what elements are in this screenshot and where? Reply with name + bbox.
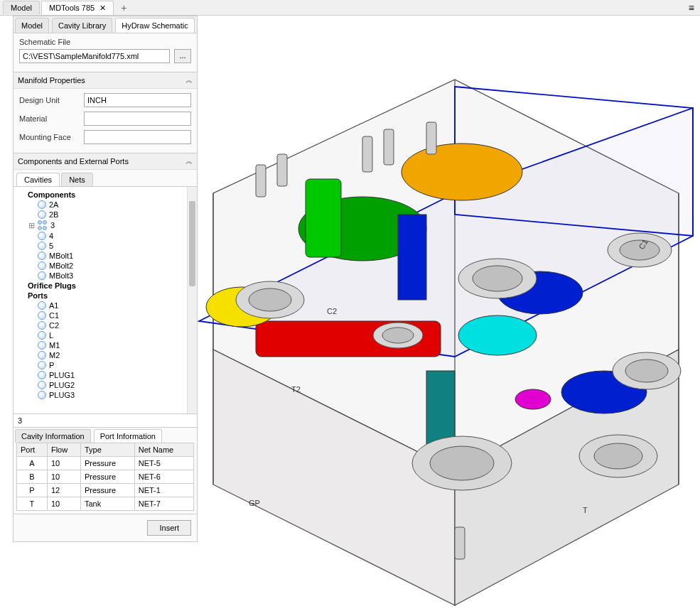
design-unit-input[interactable] <box>84 93 191 107</box>
svg-rect-11 <box>398 215 426 300</box>
component-tree[interactable]: Components 2A 2B⊞ 3 4 5 MBolt1 MBolt2 MB… <box>14 187 187 413</box>
material-input[interactable] <box>84 112 191 126</box>
svg-point-28 <box>625 359 668 382</box>
table-row[interactable]: T10TankNET-7 <box>17 497 194 511</box>
close-icon[interactable]: ✕ <box>99 4 106 12</box>
tree-item[interactable]: PLUG2 <box>28 381 185 389</box>
svg-point-30 <box>473 266 522 291</box>
svg-rect-34 <box>277 154 287 186</box>
svg-point-29 <box>458 259 537 298</box>
label-c1: C1 <box>637 238 649 251</box>
tab-mdtools[interactable]: MDTools 785 ✕ <box>41 1 114 15</box>
tree-item[interactable]: PLUG3 <box>28 391 185 399</box>
svg-marker-7 <box>455 87 693 236</box>
design-unit-label: Design Unit <box>19 96 80 104</box>
svg-point-10 <box>402 144 522 200</box>
svg-point-20 <box>249 288 291 311</box>
subtab-model[interactable]: Model <box>15 18 49 33</box>
table-header[interactable]: Port <box>17 443 48 457</box>
panel-subtabs: Model Cavity Library HyDraw Schematic <box>14 16 197 33</box>
tree-item[interactable]: MBolt1 <box>28 252 185 260</box>
insert-button[interactable]: Insert <box>147 520 191 536</box>
label-c2: C2 <box>327 307 337 315</box>
tree-item[interactable]: M1 <box>28 341 185 350</box>
svg-marker-1 <box>213 350 455 605</box>
svg-point-13 <box>458 315 537 355</box>
svg-marker-2 <box>455 350 679 605</box>
tree-item[interactable]: MBolt2 <box>28 261 185 270</box>
port-information-table: PortFlowTypeNet Name A10PressureNET-5B10… <box>16 443 194 511</box>
hamburger-icon[interactable]: ≡ <box>683 2 700 13</box>
svg-rect-36 <box>384 129 394 165</box>
tree-item[interactable]: C2 <box>28 321 185 330</box>
svg-rect-35 <box>362 136 372 172</box>
svg-point-19 <box>236 281 304 318</box>
collapse-icon[interactable]: ︽ <box>185 75 193 85</box>
tree-cat-ports[interactable]: Ports <box>18 291 185 300</box>
top-tab-strip: Model MDTools 785 ✕ + ≡ <box>0 0 700 16</box>
selected-id: 3 <box>14 413 197 427</box>
svg-point-21 <box>412 436 512 490</box>
svg-point-15 <box>206 287 277 327</box>
tree-item[interactable]: P <box>28 361 185 369</box>
add-tab-button[interactable]: + <box>115 2 132 13</box>
tab-cavity-information[interactable]: Cavity Information <box>15 429 91 443</box>
svg-marker-0 <box>213 80 679 470</box>
svg-point-24 <box>594 443 642 469</box>
svg-point-18 <box>561 371 647 413</box>
svg-point-17 <box>515 389 551 409</box>
tree-item[interactable]: PLUG1 <box>28 371 185 379</box>
mounting-face-label: Mounting Face <box>19 133 80 141</box>
svg-point-27 <box>613 352 681 389</box>
schematic-file-label: Schematic File <box>19 38 80 46</box>
tab-model[interactable]: Model <box>3 1 40 14</box>
tree-item[interactable]: 5 <box>28 242 185 250</box>
svg-rect-37 <box>426 122 436 154</box>
tree-item[interactable]: MBolt3 <box>28 271 185 280</box>
table-header[interactable]: Net Name <box>134 443 193 457</box>
tab-port-information[interactable]: Port Information <box>94 429 162 443</box>
svg-point-12 <box>497 271 583 314</box>
browse-button[interactable]: ... <box>174 49 191 63</box>
tree-item[interactable]: A1 <box>28 301 185 310</box>
svg-point-32 <box>382 328 414 343</box>
label-t: T <box>583 506 588 514</box>
schematic-file-input[interactable] <box>19 49 170 63</box>
tab-cavities[interactable]: Cavities <box>16 173 60 186</box>
tree-item[interactable]: 2A <box>28 200 185 209</box>
svg-point-22 <box>430 446 494 480</box>
table-row[interactable]: A10PressureNET-5 <box>17 457 194 470</box>
tree-item[interactable]: ⊞ 3 <box>28 220 185 230</box>
tab-nets[interactable]: Nets <box>61 173 93 186</box>
svg-rect-16 <box>426 371 455 449</box>
svg-rect-9 <box>306 179 341 257</box>
manifold-properties-title: Manifold Properties <box>18 76 85 85</box>
svg-rect-33 <box>256 165 266 197</box>
table-row[interactable]: P12PressureNET-1 <box>17 484 194 497</box>
tree-scrollbar[interactable] <box>187 187 197 413</box>
svg-point-8 <box>298 197 426 261</box>
tree-item[interactable]: L <box>28 331 185 340</box>
table-row[interactable]: B10PressureNET-6 <box>17 470 194 484</box>
label-t2: T2 <box>291 385 301 394</box>
mounting-face-input[interactable] <box>84 130 191 144</box>
material-label: Material <box>19 114 80 123</box>
subtab-hydraw-schematic[interactable]: HyDraw Schematic <box>115 18 195 33</box>
subtab-cavity-library[interactable]: Cavity Library <box>52 18 112 33</box>
svg-point-31 <box>373 323 423 348</box>
tree-item[interactable]: 2B <box>28 210 185 219</box>
tree-item[interactable]: M2 <box>28 351 185 359</box>
table-header[interactable]: Flow <box>47 443 80 457</box>
table-header[interactable]: Type <box>81 443 135 457</box>
svg-marker-6 <box>199 108 693 357</box>
svg-rect-14 <box>256 321 441 357</box>
side-panel: Model Cavity Library HyDraw Schematic Sc… <box>13 16 198 542</box>
collapse-icon[interactable]: ︽ <box>185 156 193 166</box>
svg-rect-38 <box>455 527 465 559</box>
svg-point-25 <box>608 233 672 267</box>
tree-item[interactable]: 4 <box>28 232 185 240</box>
tree-cat-orifice-plugs[interactable]: Orifice Plugs <box>18 281 185 290</box>
tree-cat-components[interactable]: Components <box>18 190 185 199</box>
tree-item[interactable]: C1 <box>28 311 185 320</box>
label-gp: GP <box>249 499 260 507</box>
